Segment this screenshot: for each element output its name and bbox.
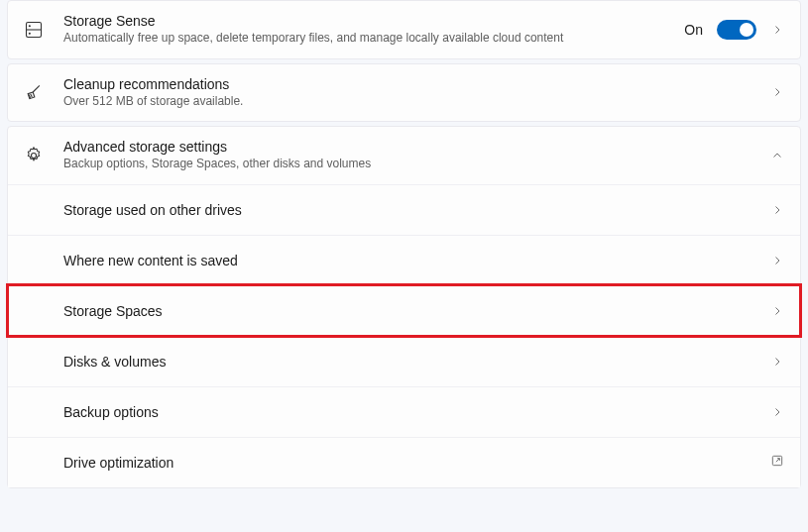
- advanced-item-text: Backup options: [24, 404, 770, 420]
- storage-sense-state-label: On: [684, 22, 703, 38]
- cleanup-text: Cleanup recommendations Over 512 MB of s…: [63, 76, 770, 110]
- advanced-subtitle: Backup options, Storage Spaces, other di…: [63, 157, 569, 172]
- broom-icon: [24, 82, 63, 102]
- storage-sense-subtitle: Automatically free up space, delete temp…: [63, 31, 569, 47]
- cleanup-title: Cleanup recommendations: [63, 76, 770, 92]
- chevron-right-icon: [770, 304, 784, 318]
- advanced-sub-list: Storage used on other drivesWhere new co…: [8, 184, 800, 487]
- advanced-item-disks-volumes[interactable]: Disks & volumes: [8, 336, 800, 386]
- svg-point-7: [32, 153, 37, 158]
- advanced-item-text: Drive optimization: [24, 455, 770, 471]
- storage-icon: [24, 20, 63, 40]
- chevron-up-icon: [770, 149, 784, 162]
- advanced-item-storage-spaces[interactable]: Storage Spaces: [8, 285, 800, 336]
- advanced-title: Advanced storage settings: [63, 139, 770, 155]
- advanced-item-label: Storage used on other drives: [63, 202, 770, 218]
- advanced-item-label: Storage Spaces: [63, 303, 770, 319]
- advanced-card: Advanced storage settings Backup options…: [7, 126, 801, 488]
- svg-line-4: [33, 86, 40, 93]
- advanced-item-text: Disks & volumes: [24, 354, 770, 370]
- advanced-item-storage-used-on-other-drives[interactable]: Storage used on other drives: [8, 184, 800, 235]
- storage-sense-row[interactable]: Storage Sense Automatically free up spac…: [8, 1, 800, 58]
- chevron-right-icon: [770, 355, 784, 369]
- open-external-icon: [770, 454, 784, 471]
- advanced-item-backup-options[interactable]: Backup options: [8, 386, 800, 437]
- chevron-right-icon: [770, 254, 784, 267]
- cleanup-subtitle: Over 512 MB of storage available.: [63, 94, 569, 110]
- storage-sense-card[interactable]: Storage Sense Automatically free up spac…: [7, 0, 801, 59]
- advanced-item-label: Drive optimization: [63, 455, 770, 471]
- advanced-item-text: Storage used on other drives: [24, 202, 770, 218]
- storage-sense-toggle[interactable]: [717, 20, 756, 40]
- cleanup-card[interactable]: Cleanup recommendations Over 512 MB of s…: [7, 63, 801, 123]
- advanced-text: Advanced storage settings Backup options…: [63, 139, 770, 172]
- advanced-item-where-new-content-is-saved[interactable]: Where new content is saved: [8, 235, 800, 285]
- advanced-item-text: Where new content is saved: [24, 253, 770, 268]
- storage-sense-text: Storage Sense Automatically free up spac…: [63, 13, 684, 47]
- cleanup-row[interactable]: Cleanup recommendations Over 512 MB of s…: [8, 64, 800, 122]
- svg-line-6: [31, 94, 33, 97]
- svg-point-2: [29, 26, 30, 27]
- advanced-item-label: Where new content is saved: [63, 253, 770, 268]
- svg-point-3: [29, 33, 30, 34]
- chevron-right-icon: [770, 23, 784, 37]
- chevron-right-icon: [770, 203, 784, 217]
- chevron-right-icon: [770, 85, 784, 99]
- chevron-right-icon: [770, 405, 784, 419]
- gear-icon: [24, 146, 63, 165]
- advanced-item-label: Backup options: [63, 404, 770, 420]
- advanced-item-label: Disks & volumes: [63, 354, 770, 370]
- advanced-item-drive-optimization[interactable]: Drive optimization: [8, 437, 800, 487]
- advanced-header-row[interactable]: Advanced storage settings Backup options…: [8, 127, 800, 184]
- storage-sense-title: Storage Sense: [63, 13, 684, 29]
- advanced-item-text: Storage Spaces: [24, 303, 770, 319]
